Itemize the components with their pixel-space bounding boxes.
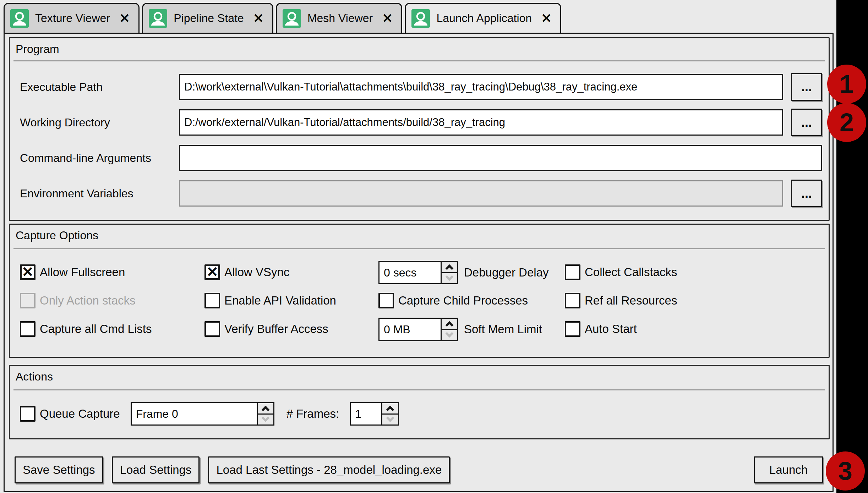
spin-down-button[interactable] <box>258 415 273 425</box>
checkbox-queue-capture[interactable]: Queue Capture <box>20 406 120 422</box>
chevron-up-icon <box>446 321 454 329</box>
chevron-down-icon <box>386 414 394 422</box>
executable-path-label: Executable Path <box>20 81 179 94</box>
checkbox-collect-callstacks[interactable]: Collect Callstacks <box>565 264 677 280</box>
executable-path-row: Executable Path ... <box>20 73 822 101</box>
renderdoc-logo-icon <box>149 9 167 28</box>
checkbox-box[interactable] <box>565 321 580 337</box>
chevron-up-icon <box>261 406 269 414</box>
checkbox-box[interactable]: ✕ <box>204 264 220 280</box>
load-settings-button[interactable]: Load Settings <box>112 456 200 483</box>
tab-launch-application[interactable]: Launch Application ✕ <box>405 3 561 33</box>
checkbox-box[interactable]: ✕ <box>20 264 36 280</box>
renderdoc-logo-icon <box>10 9 29 28</box>
checkbox-box[interactable] <box>565 293 580 308</box>
save-settings-button[interactable]: Save Settings <box>15 456 103 483</box>
spin-down-button[interactable] <box>442 330 457 340</box>
debugger-delay-input[interactable] <box>378 261 442 284</box>
chevron-up-icon <box>446 264 454 273</box>
actions-row: Queue Capture # Frames: <box>20 401 399 426</box>
tab-label: Launch Application <box>436 12 532 25</box>
checkbox-label: Capture all Cmd Lists <box>40 322 152 336</box>
tab-close-icon[interactable]: ✕ <box>541 12 552 25</box>
checkbox-label: Ref all Resources <box>585 294 677 307</box>
load-last-settings-button[interactable]: Load Last Settings - 28_model_loading.ex… <box>208 456 450 483</box>
renderdoc-logo-icon <box>411 9 430 28</box>
actions-group: Actions Queue Capture # Frames: <box>9 365 830 439</box>
tab-mesh-viewer[interactable]: Mesh Viewer ✕ <box>276 3 403 33</box>
num-frames-spinbox <box>350 402 399 426</box>
spin-up-button[interactable] <box>258 403 273 415</box>
debugger-delay-spinner: Debugger Delay <box>378 261 548 284</box>
check-x-icon: ✕ <box>22 265 34 279</box>
spin-up-button[interactable] <box>382 403 398 415</box>
checkbox-label: Queue Capture <box>40 407 120 421</box>
spin-up-button[interactable] <box>442 319 457 330</box>
chevron-down-icon <box>446 273 454 281</box>
spinbox <box>378 318 458 341</box>
checkbox-label: Verify Buffer Access <box>224 322 328 336</box>
tab-close-icon[interactable]: ✕ <box>382 12 393 25</box>
tab-label: Pipeline State <box>174 12 244 25</box>
checkbox-label: Allow Fullscreen <box>40 265 125 279</box>
group-separator <box>13 60 825 61</box>
spin-down-button[interactable] <box>442 273 457 284</box>
capture-options-group-title: Capture Options <box>16 229 98 242</box>
renderdoc-logo-icon <box>283 9 301 28</box>
checkbox-verify-buffer-access[interactable]: Verify Buffer Access <box>204 321 328 337</box>
checkbox-auto-start[interactable]: Auto Start <box>565 321 637 337</box>
checkbox-box[interactable] <box>20 406 36 422</box>
environment-variables-browse-button[interactable]: ... <box>791 180 822 207</box>
annotation-badge-3: 3 <box>826 451 865 491</box>
checkbox-box[interactable] <box>204 321 220 337</box>
checkbox-box <box>20 293 36 308</box>
working-directory-input[interactable] <box>179 109 783 136</box>
tab-bar: Texture Viewer ✕ Pipeline State ✕ Mesh V… <box>4 3 561 33</box>
annotation-badge-1: 1 <box>827 65 866 104</box>
executable-path-browse-button[interactable]: ... <box>791 73 822 101</box>
checkbox-enable-api-validation[interactable]: Enable API Validation <box>204 293 336 308</box>
tab-texture-viewer[interactable]: Texture Viewer ✕ <box>4 3 140 33</box>
checkbox-allow-fullscreen[interactable]: ✕ Allow Fullscreen <box>20 264 125 280</box>
executable-path-input[interactable] <box>179 74 783 100</box>
launch-application-panel: Program Executable Path ... Working Dire… <box>4 33 834 492</box>
command-line-arguments-input[interactable] <box>179 145 822 171</box>
checkbox-capture-child-processes[interactable]: Capture Child Processes <box>378 293 528 308</box>
annotation-badge-2: 2 <box>827 103 866 142</box>
checkbox-allow-vsync[interactable]: ✕ Allow VSync <box>204 264 289 280</box>
tab-pipeline-state[interactable]: Pipeline State ✕ <box>142 3 273 33</box>
spinner-arrows <box>257 402 274 426</box>
spin-down-button[interactable] <box>382 415 398 425</box>
command-line-arguments-label: Command-line Arguments <box>20 152 179 165</box>
working-directory-row: Working Directory ... <box>20 108 822 137</box>
capture-options-group: Capture Options ✕ Allow Fullscreen ✕ All… <box>9 224 830 358</box>
queue-frame-input[interactable] <box>131 402 258 426</box>
footer-button-row: Save Settings Load Settings Load Last Se… <box>15 456 823 484</box>
checkbox-box[interactable] <box>204 293 220 308</box>
soft-mem-limit-input[interactable] <box>378 318 442 341</box>
tab-label: Texture Viewer <box>35 12 110 25</box>
checkbox-label: Enable API Validation <box>224 294 336 307</box>
debugger-delay-label: Debugger Delay <box>464 266 548 279</box>
spinner-arrows <box>441 318 458 341</box>
checkbox-box[interactable] <box>565 264 580 280</box>
checkbox-label: Only Action stacks <box>40 294 136 307</box>
environment-variables-row: Environment Variables ... <box>20 179 822 208</box>
launch-button[interactable]: Launch <box>754 456 823 483</box>
num-frames-input[interactable] <box>350 402 382 426</box>
tab-close-icon[interactable]: ✕ <box>253 12 264 25</box>
chevron-down-icon <box>261 414 269 422</box>
tab-close-icon[interactable]: ✕ <box>119 12 130 25</box>
spin-up-button[interactable] <box>442 262 457 273</box>
group-separator <box>13 248 825 249</box>
tab-label: Mesh Viewer <box>307 12 373 25</box>
check-x-icon: ✕ <box>206 265 218 279</box>
checkbox-capture-all-cmd-lists[interactable]: Capture all Cmd Lists <box>20 321 152 337</box>
working-directory-browse-button[interactable]: ... <box>791 109 822 136</box>
actions-group-title: Actions <box>16 370 53 383</box>
environment-variables-label: Environment Variables <box>20 187 179 200</box>
checkbox-box[interactable] <box>20 321 36 337</box>
program-group: Program Executable Path ... Working Dire… <box>9 37 830 221</box>
checkbox-box[interactable] <box>378 293 394 308</box>
checkbox-ref-all-resources[interactable]: Ref all Resources <box>565 293 677 308</box>
